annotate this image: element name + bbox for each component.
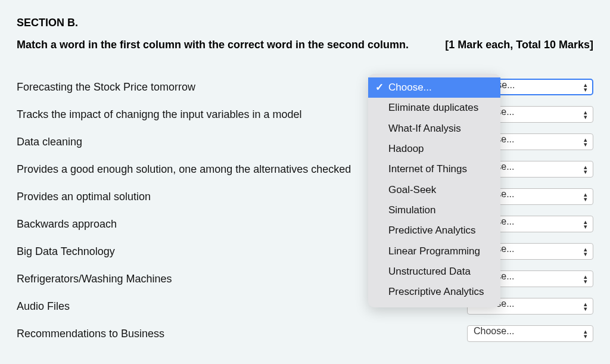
dropdown-option[interactable]: Linear Programming: [368, 241, 500, 262]
dropdown-option[interactable]: Internet of Things: [368, 159, 500, 179]
table-row: Data cleaning Choose...: [17, 135, 593, 149]
table-row: Tracks the impact of chanigng the input …: [17, 107, 593, 122]
dropdown-option[interactable]: Simulation: [368, 200, 500, 220]
marks-text: [1 Mark each, Total 10 Marks]: [445, 39, 593, 51]
dropdown-menu: Choose...Eliminate duplicatesWhat-If Ana…: [368, 74, 500, 307]
dropdown-option[interactable]: Goal-Seek: [368, 180, 500, 200]
table-row: Refrigerators/Washing Machines Choose...: [17, 272, 593, 286]
table-row: Big Data Technology Choose...: [17, 244, 593, 259]
row-label: Recommendations to Business: [17, 328, 455, 340]
table-row: Forecasting the Stock Price tomorrow Cho…: [17, 80, 593, 94]
instruction-text: Match a word in the first column with th…: [17, 39, 409, 51]
section-title: SECTION B.: [17, 17, 593, 29]
table-row: Audio Files Choose...: [17, 299, 593, 313]
dropdown-option[interactable]: Eliminate duplicates: [368, 98, 500, 118]
table-row: Backwards approach Choose...: [17, 217, 593, 231]
instruction-row: Match a word in the first column with th…: [17, 39, 593, 51]
match-table: Forecasting the Stock Price tomorrow Cho…: [17, 80, 593, 341]
dropdown-option[interactable]: Predictive Analytics: [368, 220, 500, 241]
match-select[interactable]: Choose...: [467, 325, 593, 342]
table-row: Provides an optimal solution Choose...: [17, 189, 593, 204]
dropdown-option[interactable]: Prescriptive Analytics: [368, 282, 500, 302]
dropdown-option[interactable]: Choose...: [368, 77, 500, 98]
dropdown-option[interactable]: Unstructured Data: [368, 262, 500, 282]
table-row: Provides a good enough solution, one amo…: [17, 162, 593, 176]
dropdown-option[interactable]: Hadoop: [368, 139, 500, 159]
table-row: Recommendations to Business Choose...: [17, 326, 593, 341]
dropdown-option[interactable]: What-If Analysis: [368, 119, 500, 139]
